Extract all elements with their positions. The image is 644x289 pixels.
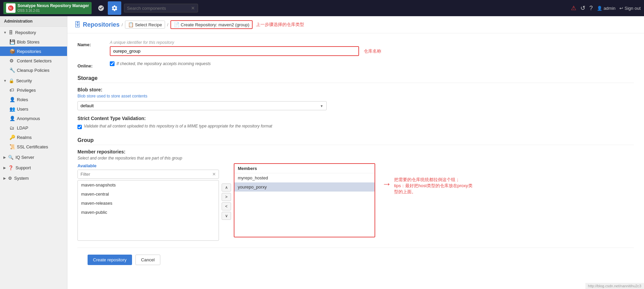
breadcrumb-sep2: / [167, 22, 168, 27]
sidebar-item-label: Content Selectors [17, 58, 52, 63]
list-item[interactable]: maven-central [78, 190, 219, 199]
admin-nav-btn[interactable] [108, 1, 121, 15]
sidebar-item-label: Repositories [17, 49, 41, 54]
app-logo: N Sonatype Nexus Repository Manager OSS … [3, 2, 92, 15]
available-list: maven-snapshots maven-central maven-rele… [77, 180, 219, 241]
arrow-right-icon: → [382, 179, 391, 189]
online-checkbox-input[interactable] [110, 61, 115, 66]
sidebar-group-security-header[interactable]: ▼ 🔒 Security [0, 76, 67, 85]
signout-button[interactable]: ↩ Sign out [619, 6, 641, 11]
ldap-icon: 🗂 [9, 125, 15, 131]
sidebar-item-anonymous[interactable]: 👤 Anonymous [0, 114, 67, 123]
alert-icon[interactable]: ⚠ [571, 4, 576, 12]
annotation-line1: 把需要的仓库统统都拉倒这个组； [394, 177, 476, 183]
blobstore-label: Blob store: [77, 87, 634, 92]
bottom-actions: Create repository Cancel [77, 248, 634, 272]
group-label: Repository [15, 30, 36, 35]
group-icon: 🗄 [9, 30, 13, 35]
members-header: Members [234, 164, 375, 173]
refresh-icon[interactable]: ↺ [580, 4, 585, 12]
svg-text:N: N [9, 6, 11, 10]
arrow-icon: ▶ [3, 176, 6, 180]
strict-row: Validate that all content uploaded to th… [77, 124, 634, 129]
blobstore-select[interactable]: default [77, 101, 327, 110]
footer-url: http://blog.csdn.net/nannitihu2c3 [585, 283, 644, 289]
strict-checkbox[interactable] [77, 125, 82, 129]
move-up-button[interactable]: ∧ [222, 183, 231, 192]
remove-from-members-button[interactable]: < [222, 202, 231, 210]
breadcrumb-repositories[interactable]: Repositories [83, 21, 120, 28]
cleanup-icon: 🔧 [9, 67, 15, 73]
member-repos-section: Member repositories: Select and order th… [77, 149, 634, 241]
arrow-icon: ▼ [3, 31, 7, 34]
cancel-button[interactable]: Cancel [135, 255, 160, 265]
breadcrumb-create-repo[interactable]: 📄 Create Repository: maven2 (group) [170, 20, 253, 29]
app-name-text: Sonatype Nexus Repository Manager OSS 3.… [18, 3, 89, 13]
online-row: Online: If checked, the repository accep… [77, 61, 634, 68]
ssl-icon: 📜 [9, 144, 15, 149]
sidebar-group-system-header[interactable]: ▶ ⚙ System [0, 174, 67, 183]
strict-hint: Validate that all content uploaded to th… [84, 124, 272, 128]
strict-section: Strict Content Type Validation: Validate… [77, 116, 634, 129]
users-icon: 👥 [9, 106, 15, 112]
sidebar-group-iq: ▶ 🔍 IQ Server [0, 153, 67, 162]
create-repository-button[interactable]: Create repository [88, 255, 132, 265]
group-section-header: Group [77, 137, 634, 145]
sidebar-item-cleanup-policies[interactable]: 🔧 Cleanup Policies [0, 65, 67, 75]
arrow-icon: ▶ [3, 166, 6, 170]
sidebar-item-blobstores[interactable]: 💾 Blob Stores [0, 37, 67, 47]
member-repos-label: Member repositories: [77, 149, 634, 154]
annotation-text: 把需要的仓库统统都拉倒这个组； tips：最好把host类型的仓库放在proxy… [394, 177, 476, 195]
name-hint: A unique identifier for this repository [110, 40, 634, 45]
user-menu[interactable]: 👤 admin [597, 6, 615, 11]
transfer-buttons: ∧ > < ∨ [219, 183, 234, 220]
create-repo-label: Create Repository: maven2 (group) [181, 22, 250, 27]
arrow-icon: ▼ [3, 79, 7, 83]
storage-section-header: Storage [77, 75, 634, 83]
available-label: Available [77, 163, 219, 168]
sidebar-group-iq-header[interactable]: ▶ 🔍 IQ Server [0, 153, 67, 162]
move-down-button[interactable]: ∨ [222, 212, 231, 220]
list-item[interactable]: yourepo_porxy [234, 182, 375, 192]
system-icon: ⚙ [8, 176, 12, 181]
sidebar-item-label: Roles [17, 97, 28, 102]
sidebar-item-privileges[interactable]: 🏷 Privileges [0, 85, 67, 95]
security-icon: 🔒 [9, 78, 14, 83]
main-content: 🗄 Repositories / 📋 Select Recipe / 📄 Cre… [67, 16, 644, 289]
breadcrumb-select-recipe[interactable]: 📋 Select Recipe [125, 21, 165, 29]
sidebar-item-users[interactable]: 👥 Users [0, 104, 67, 114]
transfer-container: Available ✕ maven-snapshots maven-centra… [77, 163, 634, 241]
annotation-with-arrow: → 把需要的仓库统统都拉倒这个组； tips：最好把host类型的仓库放在pro… [382, 177, 476, 195]
sidebar-item-content-selectors[interactable]: ⚙ Content Selectors [0, 56, 67, 65]
filter-clear-icon[interactable]: ✕ [210, 172, 219, 177]
browse-nav-btn[interactable] [94, 1, 108, 15]
sidebar-item-ssl-certificates[interactable]: 📜 SSL Certificates [0, 142, 67, 151]
privileges-icon: 🏷 [9, 87, 15, 93]
user-icon: 👤 [597, 6, 602, 11]
sidebar-item-realms[interactable]: 🔑 Realms [0, 133, 67, 142]
sidebar-group-system: ▶ ⚙ System [0, 174, 67, 183]
name-input[interactable] [110, 46, 359, 56]
add-to-members-button[interactable]: > [222, 193, 231, 201]
name-label: Name: [77, 40, 104, 47]
search-input[interactable] [127, 6, 191, 11]
help-icon[interactable]: ? [589, 5, 593, 12]
online-label: Online: [77, 61, 104, 68]
list-item[interactable]: maven-releases [78, 199, 219, 208]
list-item[interactable]: myrepo_hosted [234, 173, 375, 182]
sidebar-group-security: ▼ 🔒 Security 🏷 Privileges 👤 Roles 👥 User… [0, 76, 67, 151]
search-box: ✕ [124, 4, 198, 12]
sidebar-group-support-header[interactable]: ▶ ❓ Support [0, 163, 67, 172]
sidebar-item-repositories[interactable]: 📦 Repositories [0, 47, 67, 56]
annotation-area: → 把需要的仓库统统都拉倒这个组； tips：最好把host类型的仓库放在pro… [382, 177, 476, 195]
sidebar-item-ldap[interactable]: 🗂 LDAP [0, 123, 67, 133]
topbar-right: ⚠ ↺ ? 👤 admin ↩ Sign out [571, 4, 641, 12]
sidebar-group-repository-header[interactable]: ▼ 🗄 Repository [0, 28, 67, 37]
members-col: Members myrepo_hosted yourepo_porxy [234, 163, 375, 237]
list-item[interactable]: maven-snapshots [78, 180, 219, 190]
sidebar-item-roles[interactable]: 👤 Roles [0, 95, 67, 104]
sidebar-item-label: Blob Stores [17, 39, 39, 45]
search-clear-icon[interactable]: ✕ [191, 5, 195, 11]
filter-input[interactable] [78, 170, 210, 178]
list-item[interactable]: maven-public [78, 208, 219, 217]
